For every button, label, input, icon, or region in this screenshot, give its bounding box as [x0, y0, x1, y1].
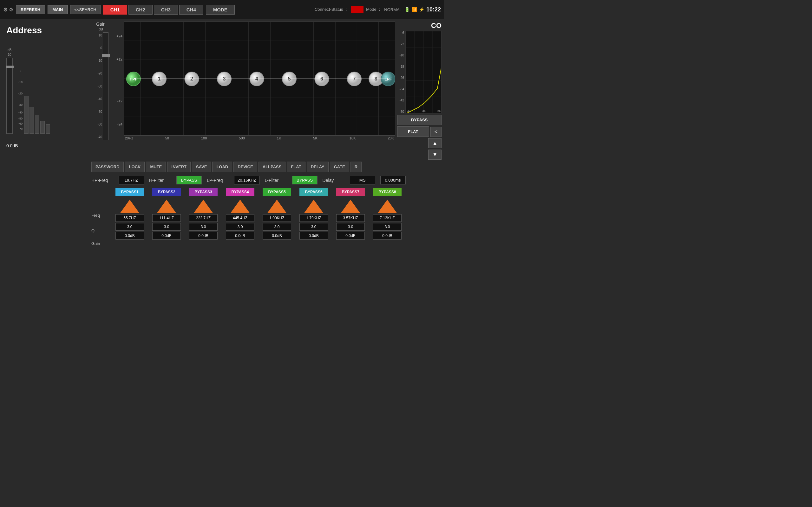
band-4-q[interactable]: 3.0: [226, 223, 254, 231]
meter-bar-2: [30, 107, 34, 134]
mini-freq-42: -42: [406, 109, 410, 112]
band-6-q[interactable]: 3.0: [299, 223, 328, 231]
mode-button[interactable]: MODE: [206, 5, 235, 14]
bypass8-button[interactable]: BYPASS8: [373, 188, 402, 196]
band-6-gain[interactable]: 0.0dB: [299, 232, 328, 239]
search-button[interactable]: <<SEARCH: [70, 5, 100, 14]
band-5-gain[interactable]: 0.0dB: [263, 232, 291, 239]
gate-button[interactable]: GATE: [330, 162, 349, 172]
mode-value: NORMAL: [384, 7, 402, 12]
bell-curve-2: [154, 199, 179, 213]
flat-button[interactable]: FLAT: [397, 126, 429, 137]
battery-area: 🔋 📶 ⚡ 10:22: [404, 6, 441, 13]
band-3-icon: [191, 197, 216, 213]
device-button[interactable]: DEVICE: [234, 162, 257, 172]
bell-curve-6: [301, 199, 326, 213]
password-button[interactable]: PASSWORD: [91, 162, 124, 172]
band-8-q[interactable]: 3.0: [373, 223, 402, 231]
delay-value[interactable]: 0.000ms: [380, 176, 406, 184]
top-bar: ⚙ ⚙ REFRESH MAIN <<SEARCH CH1 CH2 CH3 CH…: [0, 0, 444, 19]
svg-marker-27: [194, 200, 213, 213]
band-5-freq[interactable]: 1.00KHZ: [263, 214, 291, 222]
band-2-freq[interactable]: 111.4HZ: [152, 214, 181, 222]
scroll-up-button[interactable]: ▲: [428, 138, 442, 148]
band-5-q[interactable]: 3.0: [263, 223, 291, 231]
band-1-gain[interactable]: 0.0dB: [115, 232, 144, 239]
gain-readout: 0.0dB: [6, 143, 83, 148]
l-filter-value[interactable]: BYPASS: [292, 176, 317, 184]
gain-fader-thumb[interactable]: [102, 54, 110, 57]
bypass-button[interactable]: BYPASS: [397, 115, 442, 125]
band-6-freq[interactable]: 1.79KHZ: [299, 214, 328, 222]
scroll-down-button[interactable]: ▼: [428, 150, 442, 160]
gain-scale--40: -40: [93, 97, 102, 101]
invert-button[interactable]: INVERT: [167, 162, 191, 172]
mini-scale--18: -18: [397, 65, 404, 68]
bypass4-button[interactable]: BYPASS4: [226, 188, 254, 196]
bypass5-button[interactable]: BYPASS5: [263, 188, 291, 196]
band-4-freq[interactable]: 445.4HZ: [226, 214, 254, 222]
eq-gain-p24: +24: [112, 34, 122, 38]
bypass7-button[interactable]: BYPASS7: [336, 188, 365, 196]
load-button[interactable]: LOAD: [212, 162, 232, 172]
band-8-gain[interactable]: 0.0dB: [373, 232, 402, 239]
bypass6-button[interactable]: BYPASS6: [299, 188, 328, 196]
meter-bar-4: [40, 121, 45, 134]
h-filter-value[interactable]: BYPASS: [176, 176, 202, 184]
band-3-gain[interactable]: 0.0dB: [189, 232, 217, 239]
band-4-icon: [227, 197, 253, 213]
clock: 10:22: [426, 6, 441, 13]
band-7-q[interactable]: 3.0: [336, 223, 365, 231]
channel-tab-ch4[interactable]: CH4: [179, 5, 203, 14]
r-button[interactable]: R: [351, 162, 362, 172]
band-7-gain[interactable]: 0.0dB: [336, 232, 365, 239]
bypass1-button[interactable]: BYPASS1: [115, 188, 144, 196]
lp-freq-value[interactable]: 20.16KHZ: [234, 176, 260, 184]
collapse-button[interactable]: <: [430, 127, 442, 137]
db-unit-label: dB: [99, 27, 103, 31]
gain-scale--60: -60: [93, 123, 102, 126]
allpass-button[interactable]: ALLPASS: [258, 162, 286, 172]
mini-graph: -42 -34 -26: [405, 31, 442, 113]
mute-button[interactable]: MUTE: [146, 162, 166, 172]
channel-tab-ch3[interactable]: CH3: [154, 5, 178, 14]
delay-button[interactable]: DELAY: [307, 162, 328, 172]
band-1-freq[interactable]: 55.7HZ: [115, 214, 144, 222]
freq-label-20hz: 20Hz: [125, 136, 133, 140]
freq-row-label: Freq: [91, 213, 100, 218]
freq-label-1k: 1K: [277, 136, 281, 140]
bypass2-button[interactable]: BYPASS2: [152, 188, 181, 196]
fader-thumb[interactable]: [6, 66, 14, 68]
band-2-gain[interactable]: 0.0dB: [152, 232, 181, 239]
gain-scale--20: -20: [93, 72, 102, 75]
lock-button[interactable]: LOCK: [125, 162, 145, 172]
band-2-icon: [154, 197, 179, 213]
meter-bar-3: [35, 115, 39, 134]
svg-marker-28: [231, 200, 250, 213]
band-4-gain[interactable]: 0.0dB: [226, 232, 254, 239]
save-button[interactable]: SAVE: [192, 162, 211, 172]
freq-label-500: 500: [239, 136, 245, 140]
flat-toolbar-button[interactable]: FLAT: [287, 162, 305, 172]
band-1-q[interactable]: 3.0: [115, 223, 144, 231]
bypass3-button[interactable]: BYPASS3: [189, 188, 217, 196]
band-7-freq[interactable]: 3.57KHZ: [336, 214, 365, 222]
bell-curve-5: [264, 199, 290, 213]
bands-container: Freq Q Gain BYPASS1 55.7HZ 3.0: [91, 188, 442, 249]
channel-tab-ch1[interactable]: CH1: [103, 5, 127, 14]
usb-icon-1: ⚙: [3, 7, 8, 13]
main-button[interactable]: MAIN: [48, 5, 67, 14]
bell-curve-4: [227, 199, 253, 213]
svg-marker-29: [267, 200, 287, 213]
hp-freq-value[interactable]: 19.7HZ: [119, 176, 144, 184]
refresh-button[interactable]: REFRESH: [16, 5, 45, 14]
band-2-q[interactable]: 3.0: [152, 223, 181, 231]
band-8-freq[interactable]: 7.13KHZ: [373, 214, 402, 222]
band-8-icon: [374, 197, 400, 213]
band-3-freq[interactable]: 222.7HZ: [189, 214, 217, 222]
params-row: HP-Freq 19.7HZ H-Filter BYPASS LP-Freq 2…: [91, 174, 442, 186]
mini-graph-title: CO: [397, 21, 442, 30]
delay-unit[interactable]: MS: [350, 176, 375, 184]
band-3-q[interactable]: 3.0: [189, 223, 217, 231]
channel-tab-ch2[interactable]: CH2: [129, 5, 153, 14]
